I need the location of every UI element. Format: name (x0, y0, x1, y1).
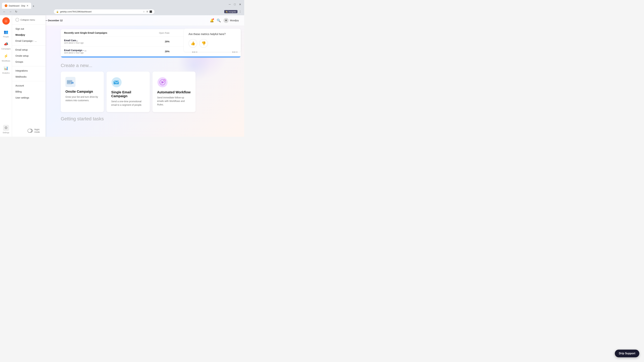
main-content: Past 7 days: December 6 — December 12 🔔 … (12, 15, 244, 137)
automated-card-icon (157, 77, 168, 88)
email-campaign-label: Email Campaign - ... (16, 39, 37, 42)
toggle-off-label: OFF (28, 130, 32, 132)
close-window-button[interactable]: ✕ (238, 2, 242, 7)
email-setup-label: Email setup (16, 48, 28, 51)
onsite-card-icon (66, 77, 76, 87)
single-email-card-icon (111, 77, 122, 88)
thumbs-up-icon: 👍 (191, 41, 195, 45)
notifications-button[interactable]: 🔔 (210, 18, 214, 22)
sidebar-item-settings[interactable]: ⚙ Settings (0, 123, 12, 135)
workflows-icon-wrap: ⚡ (3, 53, 9, 59)
search-button[interactable]: 🔍 (217, 18, 221, 22)
menu-item-account[interactable]: Account (12, 83, 46, 89)
incognito-label: Incognito (228, 11, 236, 13)
create-cards-container: Onsite Campaign Grow your list and turn … (16, 71, 241, 112)
campaign-name-1: Email Cam... (64, 39, 141, 42)
menu-item-signout[interactable]: Sign out (12, 26, 46, 32)
minimize-button[interactable]: ─ (228, 2, 232, 6)
tab-close-button[interactable]: ✕ (26, 4, 28, 7)
dropdown-menu: ← Collapse menu Sign out Moodjoy Email C… (12, 15, 46, 137)
sidebar-label-workflows: Workflows (2, 60, 10, 62)
menu-item-user-settings[interactable]: User settings (12, 95, 46, 101)
menu-item-billing[interactable]: Billing (12, 89, 46, 95)
menu-item-email-campaign[interactable]: Email Campaign - ... (12, 38, 46, 44)
automated-card-title: Automated Workflow (157, 90, 191, 94)
analytics-icon-wrap: 📊 (3, 65, 9, 71)
night-mode-toggle[interactable]: OFF (28, 129, 33, 133)
content-wrapper: Past 7 days: December 6 — December 12 🔔 … (12, 15, 244, 121)
refresh-button[interactable]: ↻ (14, 9, 18, 14)
thumbs-up-button[interactable]: 👍 (188, 39, 197, 48)
create-card-onsite[interactable]: Onsite Campaign Grow your list and turn … (61, 71, 104, 112)
sidebar-item-campaigns[interactable]: 📣 Campaigns (0, 39, 12, 51)
campaigns-col-header-name: Recently sent Single Email Campaigns (61, 29, 144, 37)
campaign-meta-1: sent about 1 hour ago (64, 42, 141, 44)
settings-icon: ⚙ (4, 126, 8, 130)
thumbs-down-button[interactable]: 👎 (199, 39, 208, 48)
incognito-badge: 🕵 Incognito (224, 10, 238, 13)
svg-rect-5 (71, 82, 74, 84)
maximize-button[interactable]: □ (233, 2, 237, 6)
campaigns-icon-wrap: 📣 (3, 41, 9, 47)
menu-divider-2 (12, 45, 46, 45)
people-icon-wrap: 👥 (3, 29, 9, 35)
new-tab-button[interactable]: + (31, 4, 36, 9)
menu-divider-1 (12, 24, 46, 24)
browser-chrome: 🟠 Dashboard · Drip ✕ + ─ □ ✕ (0, 0, 244, 9)
url-text: getdrip.com/7641396/dashboard (60, 10, 142, 13)
menu-item-integrations[interactable]: Integrations (12, 68, 46, 74)
sidebar-item-workflows[interactable]: ⚡ Workflows (0, 51, 12, 63)
active-tab[interactable]: 🟠 Dashboard · Drip ✕ (2, 3, 31, 9)
webhooks-label: Webhooks (16, 75, 26, 78)
address-bar-row: ← → ↻ 🔒 getdrip.com/7641396/dashboard ☆ … (0, 9, 244, 15)
create-card-single-email[interactable]: Single Email Campaign Send a one-time pr… (106, 71, 150, 112)
menu-item-webhooks[interactable]: Webhooks (12, 74, 46, 80)
user-settings-label: User settings (16, 96, 29, 99)
night-mode-label: Night mode (34, 128, 42, 133)
bookmark-icon[interactable]: ☆ (143, 10, 145, 13)
menu-item-groups[interactable]: Groups (12, 59, 46, 65)
groups-label: Groups (16, 60, 23, 63)
getting-started-title: Getting started tasks (61, 116, 241, 121)
tab-bar: 🟠 Dashboard · Drip ✕ + (2, 0, 36, 9)
svg-rect-3 (68, 82, 71, 82)
back-button[interactable]: ← (2, 9, 7, 14)
integrations-label: Integrations (16, 69, 28, 72)
address-icons: ☆ ⬇ ⬛ (143, 10, 152, 13)
analytics-icon: 📊 (4, 66, 8, 70)
forward-button[interactable]: → (8, 9, 13, 14)
signout-label: Sign out (16, 27, 24, 30)
getting-started-section: Getting started tasks (12, 112, 244, 121)
header-actions: 🔔 🔍 M Moodjoy (210, 18, 239, 23)
menu-item-moodjoy[interactable]: Moodjoy (12, 32, 46, 38)
menu-item-onsite-setup[interactable]: Onsite setup (12, 53, 46, 59)
campaign-meta-2: sent about 1 hour ago (64, 52, 141, 54)
address-bar[interactable]: 🔒 getdrip.com/7641396/dashboard ☆ ⬇ ⬛ (54, 9, 154, 14)
sidebar-item-people[interactable]: 👥 People (0, 27, 12, 39)
billing-label: Billing (16, 90, 22, 93)
onsite-card-title: Onsite Campaign (66, 90, 99, 93)
app-container: ☺ 👥 People 📣 Campaigns ⚡ Workflows 📊 Ana… (0, 15, 244, 137)
window-icon[interactable]: ⬛ (150, 10, 152, 13)
more-options-button[interactable]: ⋮ (238, 9, 242, 14)
campaign-row-2-name: Email Campaign - ... sent about 1 hour a… (61, 46, 144, 56)
collapse-menu-label: Collapse menu (20, 18, 35, 21)
browser-actions: 🕵 Incognito ⋮ (224, 9, 242, 14)
thumbs-down-icon: 👎 (202, 41, 206, 45)
collapse-menu-button[interactable]: ← Collapse menu (12, 16, 46, 23)
user-name: Moodjoy (230, 19, 239, 22)
collapse-icon: ← (16, 18, 19, 22)
user-profile[interactable]: M Moodjoy (224, 18, 239, 23)
tab-title: Dashboard · Drip (9, 4, 25, 7)
download-icon[interactable]: ⬇ (146, 10, 148, 13)
sidebar-item-analytics[interactable]: 📊 Analytics (0, 63, 12, 76)
menu-item-email-setup[interactable]: Email setup (12, 47, 46, 53)
app-logo[interactable]: ☺ (2, 17, 10, 25)
people-icon: 👥 (4, 30, 8, 34)
create-card-automated[interactable]: Automated Workflow Send immediate follow… (152, 71, 196, 112)
metrics-question: Are these metrics helpful here? (188, 33, 236, 36)
campaigns-col-header-open: Open Rate (144, 29, 173, 37)
workflows-icon: ⚡ (4, 54, 8, 58)
sidebar: ☺ 👥 People 📣 Campaigns ⚡ Workflows 📊 Ana… (0, 15, 12, 137)
create-new-title: Create a new... (16, 63, 241, 68)
